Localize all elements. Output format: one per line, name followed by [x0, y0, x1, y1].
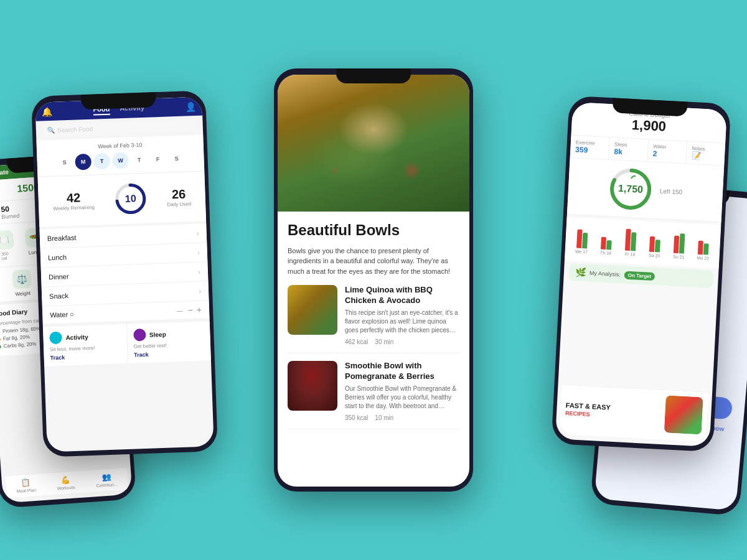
left-label: Left 150 — [660, 187, 683, 195]
recipe-1-description: This recipe isn't just an eye-catcher, i… — [345, 309, 459, 335]
bowl-hero-image — [278, 75, 469, 212]
food-search[interactable]: 🔍 Search Food — [42, 119, 197, 137]
green-bar-sat — [655, 240, 660, 252]
sleep-item: Sleep Get better rest! Track — [126, 321, 211, 363]
daily-ring: 10 — [113, 181, 149, 217]
steps-value: 8k — [614, 147, 642, 157]
water-increase-btn[interactable]: + — [197, 305, 202, 315]
bar-pair-sat — [649, 236, 660, 253]
green-bar-thu — [606, 240, 612, 250]
weekly-remaining-label: Weekly Remaining — [53, 205, 95, 212]
burned-label: Burned — [1, 213, 20, 220]
chart-bars: We 17 Th 18 Fr 19 — [570, 222, 716, 261]
weight-btn[interactable]: ⚖️ Weight — [12, 269, 32, 297]
red-bar-thu — [601, 237, 606, 250]
day-mon[interactable]: M — [75, 154, 92, 170]
community-label: Commun... — [96, 482, 118, 488]
weight-label: Weight — [15, 291, 31, 297]
easy-recipes-thumbnail — [664, 395, 703, 434]
easy-recipes-section: FAST & EASY RECIPES — [559, 385, 708, 442]
nav-meal-plan[interactable]: 📋 Meal Plan — [16, 478, 36, 493]
weight-icon: ⚖️ — [12, 269, 32, 289]
bowl-description: Bowls give you the chance to present ple… — [288, 246, 459, 277]
bar-group-mon: Mo 22 — [692, 240, 715, 261]
bar-group-thu: Th 18 — [594, 236, 618, 256]
phone-notch-center — [336, 68, 411, 83]
apple-section: 1,750 Left 150 — [567, 158, 724, 223]
analysis-label: My Analysis: — [590, 270, 621, 278]
activity-icon — [49, 332, 62, 345]
bar-label-mon: Mo 22 — [697, 256, 709, 261]
stats-row: 42 Weekly Remaining 10 26 Daily Used — [37, 170, 206, 226]
day-wed[interactable]: W — [112, 152, 129, 169]
bowl-title: Beautiful Bowls — [288, 222, 459, 240]
screen-center: Beautiful Bowls Bowls give you the chanc… — [278, 75, 469, 487]
daily-used-value: 26 — [166, 187, 190, 202]
recipe-1-meta: 462 kcal 30 min — [345, 338, 459, 345]
green-bar-mon — [703, 243, 709, 254]
recipe-2-info: Smoothie Bowl with Pomegranate & Berries… — [345, 361, 459, 421]
daily-remaining-value: 10 — [125, 193, 136, 205]
daily-used: 26 Daily Used — [166, 187, 191, 207]
lunch-arrow: › — [197, 248, 200, 257]
snack-label: Snack — [49, 292, 68, 300]
activity-item: Activity Sit less, move more! Track — [43, 324, 128, 366]
phone-right: Calorie Budget 1,900 Exercise 359 Steps … — [552, 96, 731, 452]
bar-pair-thu — [601, 237, 612, 250]
weekly-chart: We 17 Th 18 Fr 19 — [565, 217, 721, 269]
nav-community[interactable]: 👥 Commun... — [95, 472, 118, 488]
bowl-hero-inner — [278, 75, 469, 212]
bar-pair-sun — [674, 233, 685, 254]
recipe-1-title: Lime Quinoa with BBQ Chicken & Avocado — [345, 285, 459, 306]
sleep-title: Sleep — [149, 330, 166, 338]
meal-350-label: 350cal — [1, 251, 9, 261]
nav-workouts[interactable]: 💪 Workouts — [56, 475, 75, 491]
bar-label-thu: Th 18 — [600, 251, 611, 256]
search-icon: 🔍 — [47, 127, 55, 134]
easy-recipes-content: FAST & EASY RECIPES — [560, 385, 709, 440]
weekly-remaining: 42 Weekly Remaining — [52, 190, 95, 212]
fat-text: Fat 8g, 20% — [2, 334, 30, 342]
water-value: — — [177, 307, 183, 314]
days-row: S M T W T F S — [42, 150, 199, 172]
daily-used-label: Daily Used — [167, 201, 191, 207]
apple-chart: 1,750 — [608, 166, 654, 212]
red-bar-wed — [576, 230, 583, 248]
day-tue[interactable]: T — [93, 153, 110, 170]
recipe-2[interactable]: Smoothie Bowl with Pomegranate & Berries… — [288, 361, 459, 429]
recipe-1[interactable]: Lime Quinoa with BBQ Chicken & Avocado T… — [288, 285, 459, 353]
phone-center: Beautiful Bowls Bowls give you the chanc… — [274, 68, 473, 492]
activity-desc: Sit less, move more! — [50, 344, 121, 352]
workouts-label: Workouts — [57, 485, 75, 490]
day-sun[interactable]: S — [56, 154, 73, 171]
green-bar-wed — [582, 233, 588, 248]
water-value: 2 — [652, 149, 681, 159]
activity-track-button[interactable]: Track — [50, 352, 121, 361]
sleep-track-button[interactable]: Track — [134, 350, 205, 358]
bar-pair-mon — [698, 241, 709, 255]
day-thu[interactable]: T — [131, 152, 148, 169]
screen-right: Calorie Budget 1,900 Exercise 359 Steps … — [555, 102, 727, 447]
activity-header: Activity — [49, 329, 120, 344]
meal-plan-label: Meal Plan — [17, 488, 37, 493]
meal-list: Breakfast › Lunch › Dinner › Snack › Wat… — [39, 223, 209, 324]
sleep-icon — [133, 329, 146, 342]
day-fri[interactable]: F — [149, 151, 166, 168]
bar-label-sun: Su 21 — [673, 254, 685, 259]
green-bar-sun — [679, 233, 685, 253]
meal-btn-350[interactable]: 🍽️ 350cal — [0, 230, 14, 261]
activity-sleep-bar: Activity Sit less, move more! Track Slee… — [43, 321, 211, 366]
meal-plan-icon: 📋 — [21, 478, 31, 487]
bar-label-sat: Sa 20 — [649, 253, 660, 258]
recipe-1-info: Lime Quinoa with BBQ Chicken & Avocado T… — [345, 285, 459, 345]
water-controls: − + — [187, 305, 202, 315]
analysis-icon: 🌿 — [575, 267, 586, 278]
red-bar-mon — [698, 241, 703, 254]
red-bar-sun — [674, 236, 679, 253]
recipe-1-thumbnail — [288, 285, 337, 335]
day-sat[interactable]: S — [168, 151, 185, 167]
search-placeholder: Search Food — [57, 126, 93, 134]
sleep-header: Sleep — [133, 327, 204, 342]
green-bar-fri — [631, 232, 637, 251]
water-decrease-btn[interactable]: − — [187, 305, 193, 315]
